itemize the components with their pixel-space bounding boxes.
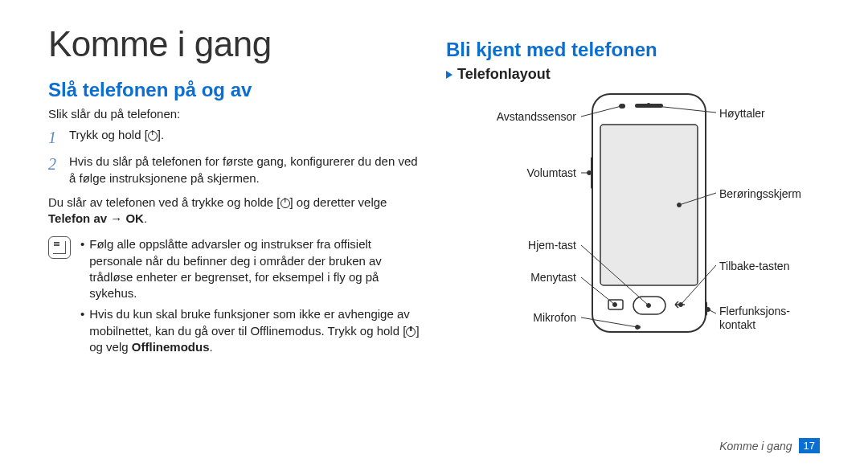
svg-point-16	[613, 303, 617, 307]
svg-point-22	[678, 203, 682, 207]
svg-point-10	[620, 104, 624, 109]
label-volume: Volumtast	[527, 166, 576, 180]
section-getting-to-know: Bli kjent med telefonen	[446, 39, 820, 61]
page-footer: Komme i gang 17	[719, 438, 820, 453]
svg-point-14	[647, 304, 651, 308]
footer-section: Komme i gang	[719, 440, 792, 453]
note-list: • Følg alle oppslåtte advarsler og instr…	[80, 236, 422, 360]
svg-point-12	[588, 171, 592, 175]
page-content: Komme i gang Slå telefonen på og av Slik…	[0, 0, 868, 382]
right-column: Bli kjent med telefonen Telefonlayout	[446, 24, 820, 382]
chevron-icon	[446, 71, 452, 79]
step-1: 1 Trykk og hold [].	[48, 127, 422, 149]
label-touch: Berøringsskjerm	[719, 187, 801, 201]
svg-line-13	[581, 245, 649, 305]
step-number-2: 2	[48, 154, 61, 186]
svg-point-26	[706, 308, 710, 312]
label-multijack: Flerfunksjons- kontakt	[719, 305, 790, 332]
phone-diagram: Avstandssensor Volumtast Hjem-tast Menyt…	[446, 92, 816, 382]
label-back: Tilbake-tasten	[719, 260, 789, 273]
note-block: • Følg alle oppslåtte advarsler og instr…	[48, 236, 422, 360]
note-icon	[48, 236, 71, 259]
label-proximity: Avstandssensor	[497, 110, 576, 124]
svg-point-18	[636, 326, 640, 330]
power-icon	[406, 327, 416, 337]
page-number: 17	[799, 438, 820, 453]
sub-heading-layout: Telefonlayout	[446, 66, 820, 83]
section-power: Slå telefonen på og av	[48, 79, 422, 101]
svg-line-23	[681, 265, 716, 305]
power-icon	[280, 199, 290, 208]
step-1-text: Trykk og hold [].	[69, 127, 164, 149]
left-column: Komme i gang Slå telefonen på og av Slik…	[48, 24, 422, 382]
svg-point-20	[647, 104, 651, 108]
off-text: Du slår av telefonen ved å trykke og hol…	[48, 195, 422, 227]
step-2: 2 Hvis du slår på telefonen for første g…	[48, 154, 422, 186]
step-2-text: Hvis du slår på telefonen for første gan…	[69, 154, 422, 186]
svg-point-24	[679, 303, 683, 307]
svg-line-9	[581, 106, 621, 117]
power-icon	[148, 131, 158, 141]
svg-line-17	[581, 317, 637, 327]
note-item-2: • Hvis du kun skal bruke funksjoner som …	[80, 306, 422, 355]
label-menu: Menytast	[530, 271, 576, 285]
intro-text: Slik slår du på telefonen:	[48, 106, 422, 122]
page-title: Komme i gang	[48, 24, 422, 64]
note-item-1: • Følg alle oppslåtte advarsler og instr…	[80, 236, 422, 301]
label-mic: Mikrofon	[533, 311, 576, 325]
label-home: Hjem-tast	[528, 239, 576, 252]
svg-line-19	[649, 105, 716, 113]
step-number-1: 1	[48, 127, 61, 149]
svg-line-21	[679, 193, 716, 205]
svg-line-15	[581, 277, 615, 305]
leader-lines	[446, 92, 816, 382]
label-speaker: Høyttaler	[719, 107, 765, 121]
